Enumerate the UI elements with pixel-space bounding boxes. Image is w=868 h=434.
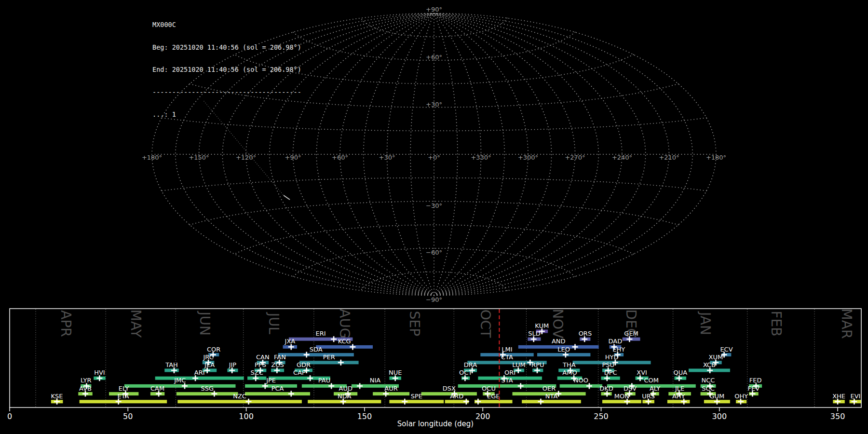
shower-peak-marker: [402, 399, 407, 405]
shower-code-label: XUM: [709, 353, 723, 361]
shower-code-label: SPE: [411, 393, 422, 400]
shower-code-label: LYR: [81, 377, 92, 384]
shower-code-label: GEM: [624, 330, 638, 337]
equator-longitude-label: +240°: [612, 154, 632, 161]
shower-bars: KUMERISLDORSGEMJXAKCGANDDADCORSDALMILEOE…: [51, 322, 862, 405]
shower-code-label: XCB: [703, 361, 716, 368]
shower-code-label: AUD: [339, 385, 352, 392]
shower-code-label: MON: [614, 393, 629, 400]
shower-code-label: HYD: [605, 353, 619, 361]
shower-peak-marker: [475, 399, 481, 405]
shower-peak-marker: [246, 399, 252, 405]
shower-code-label: COM: [644, 377, 659, 384]
shower-activity-timeline: APRMAYJUNJULAUGSEPOCTNOVDECJANFEBMARKUME…: [7, 309, 861, 428]
shower-bar-JMC: [124, 384, 236, 388]
shower-code-label: ALY: [650, 385, 660, 392]
equator-longitude-label: +60°: [332, 154, 348, 161]
month-label: APR: [58, 310, 74, 337]
shower-code-label: JIP: [229, 361, 237, 368]
shower-code-label: STA: [501, 377, 513, 384]
x-axis-title: Solar longitude (deg): [397, 420, 474, 428]
shower-code-label: ECV: [720, 346, 732, 353]
shower-bar-AUR: [373, 392, 409, 395]
north-pole-label: +90°: [426, 6, 442, 13]
south-pole-label: −90°: [426, 296, 442, 303]
month-label: FEB: [768, 311, 784, 336]
shower-code-label: KCG: [338, 338, 351, 345]
month-label: MAY: [128, 310, 144, 338]
shower-code-label: ZCS: [271, 361, 284, 368]
meteor-plot-canvas: +180°+150°+120°+90°+60°+30°+0°+330°+300°…: [0, 0, 868, 434]
shower-code-label: TAH: [165, 361, 178, 368]
shower-code-label: ARD: [450, 393, 463, 400]
x-axis-tick-label: 100: [239, 412, 254, 421]
shower-bar-NZC: [177, 400, 302, 403]
shower-code-label: DSX: [443, 385, 456, 392]
shower-code-label: FEV: [748, 385, 760, 392]
shower-code-label: JLE: [675, 385, 684, 392]
shower-code-label: CTA: [501, 353, 513, 361]
shower-bar-DSX: [421, 392, 477, 395]
shower-code-label: NOO: [574, 377, 588, 384]
shower-code-label: SDA: [310, 346, 323, 353]
shower-code-label: AHY: [672, 393, 685, 400]
shower-code-label: CAP: [293, 369, 306, 376]
equator-longitude-label: +180°: [142, 154, 162, 161]
shower-code-label: DPC: [604, 369, 617, 376]
shower-code-label: QUA: [674, 369, 688, 376]
shower-code-label: KSE: [51, 393, 63, 400]
plot-window: { "info": { "station": "MX000C", "beg_li…: [0, 0, 868, 434]
shower-code-label: DKD: [599, 385, 613, 392]
shower-peak-marker: [518, 383, 524, 389]
shower-code-label: ORS: [579, 330, 592, 337]
shower-code-label: NDA: [338, 393, 352, 400]
x-axis-tick-label: 350: [830, 412, 845, 421]
shower-code-label: XHE: [832, 393, 845, 400]
shower-code-label: AUR: [384, 385, 397, 392]
shower-code-label: ERI: [316, 330, 326, 337]
shower-code-label: NTA: [545, 393, 558, 400]
month-label: MAR: [839, 309, 854, 339]
month-label: SEP: [407, 311, 422, 336]
equator-longitude-label: +90°: [285, 154, 301, 161]
shower-code-label: OER: [542, 385, 556, 392]
equator-longitude-label: +120°: [236, 154, 256, 161]
shower-code-label: GUM: [709, 393, 724, 400]
shower-code-label: JXA: [285, 338, 296, 345]
equator-longitude-label: +0°: [428, 154, 440, 161]
month-label: NOV: [550, 309, 566, 339]
month-label: JUN: [197, 311, 213, 336]
shower-bar-KCG: [316, 345, 373, 349]
shower-bar-SSG: [176, 392, 238, 395]
shower-code-label: DAD: [609, 338, 623, 345]
x-axis: 050100150200250300350Solar longitude (de…: [7, 407, 845, 428]
shower-code-label: ELY: [119, 385, 129, 392]
equator-longitude-label: +150°: [189, 154, 209, 161]
shower-code-label: KUM: [535, 322, 549, 329]
shower-peak-marker: [357, 383, 363, 389]
shower-code-label: PPS: [255, 361, 266, 368]
shower-bar-SDA: [278, 353, 354, 356]
shower-code-label: AND: [552, 338, 566, 345]
shower-code-label: OCU: [482, 385, 496, 392]
shower-bar-DPC: [601, 377, 620, 380]
x-axis-tick-label: 0: [7, 412, 12, 421]
shower-code-label: XVI: [637, 369, 647, 376]
latitude-label: −60°: [426, 249, 442, 256]
shower-code-label: EGE: [487, 393, 500, 400]
equator-longitude-label: +210°: [659, 154, 679, 161]
shower-code-label: DSV: [624, 385, 637, 392]
shower-code-label: HVI: [94, 369, 105, 376]
shower-code-label: COR: [207, 346, 220, 353]
latitude-label: +30°: [426, 101, 442, 108]
shower-code-label: PSU: [602, 361, 614, 368]
shower-code-label: GDR: [297, 361, 311, 368]
sky-grid-parallel: [361, 272, 507, 291]
shower-code-label: URS: [642, 393, 655, 400]
x-axis-tick-label: 300: [712, 412, 727, 421]
shower-code-label: ARI: [194, 369, 205, 376]
equator-longitude-label: +30°: [379, 154, 395, 161]
shower-code-label: CAN: [256, 353, 270, 361]
shower-code-label: JEA: [204, 361, 215, 368]
shower-bar-NOO: [560, 384, 602, 388]
